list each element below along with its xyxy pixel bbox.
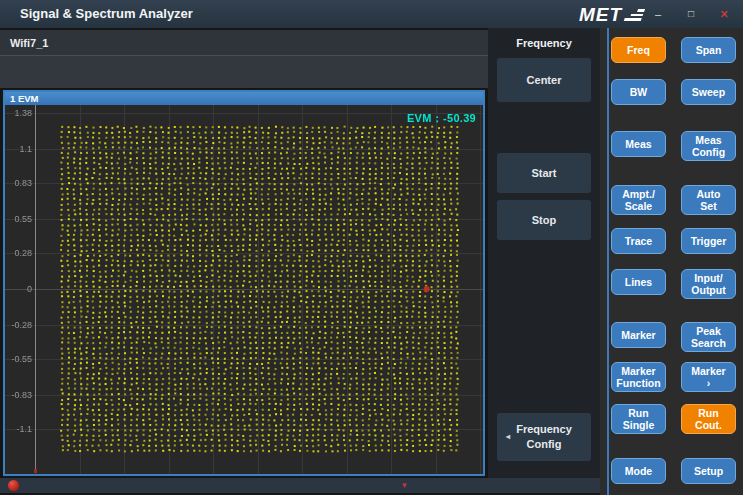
hardkey-run-cout[interactable]: Run Cout. [681, 404, 736, 434]
close-icon[interactable]: ✕ [713, 6, 735, 22]
maximize-icon[interactable]: □ [680, 6, 702, 22]
y-tick-label: -1.1 [5, 424, 32, 434]
titlebar: Signal & Spectrum Analyzer MET – □ ✕ [0, 0, 743, 28]
hardkey-ampt-scale[interactable]: Ampt./ Scale [611, 185, 666, 215]
brand-logo: MET [579, 3, 643, 27]
minimize-icon[interactable]: – [647, 6, 669, 22]
preset-row: Wifi7_1 [0, 30, 488, 56]
trace-window-title: 1 EVM [5, 92, 483, 105]
hardkey-sweep[interactable]: Sweep [681, 79, 736, 105]
hardkey-marker-function[interactable]: Marker Function [611, 362, 666, 392]
hardkey-trigger[interactable]: Trigger [681, 228, 736, 254]
hardkey-auto-set[interactable]: Auto Set [681, 185, 736, 215]
app-title: Signal & Spectrum Analyzer [20, 0, 193, 28]
hardkey-setup[interactable]: Setup [681, 458, 736, 484]
center-button[interactable]: Center [497, 58, 591, 102]
y-tick-label: -0.83 [5, 390, 32, 400]
hardkey-panel: FreqSpanBWSweepMeasMeas ConfigAmpt./ Sca… [600, 28, 743, 495]
y-tick-label: 0.83 [5, 178, 32, 188]
hardkey-lines[interactable]: Lines [611, 269, 666, 295]
frequency-config-label: Frequency Config [516, 422, 572, 452]
panel-divider [607, 28, 609, 495]
hardkey-peak-search[interactable]: Peak Search [681, 322, 736, 352]
y-tick-label: -0.55 [5, 354, 32, 364]
hardkey-freq[interactable]: Freq [611, 37, 666, 63]
analyzer-window: Signal & Spectrum Analyzer MET – □ ✕ Wif… [0, 0, 743, 495]
hardkey-trace[interactable]: Trace [611, 228, 666, 254]
preset-name: Wifi7_1 [10, 30, 48, 56]
status-bar: ▾ [0, 478, 600, 493]
hardkey-run-single[interactable]: Run Single [611, 404, 666, 434]
constellation-canvas [5, 105, 483, 474]
evm-readout: EVM：-50.39 [407, 111, 476, 126]
y-tick-label: 1.38 [5, 108, 32, 118]
record-indicator-icon [8, 480, 19, 491]
hardkey-mode[interactable]: Mode [611, 458, 666, 484]
hardkey-marker[interactable]: Marker › [681, 362, 736, 392]
brand-logo-text: MET [579, 4, 622, 26]
frequency-config-button[interactable]: ◂ Frequency Config [497, 413, 591, 461]
hardkey-marker[interactable]: Marker [611, 322, 666, 348]
start-button[interactable]: Start [497, 153, 591, 193]
frequency-menu: Frequency Center Start Stop ◂ Frequency … [488, 28, 600, 478]
y-tick-label: 1.1 [5, 144, 32, 154]
y-tick-label: -0.28 [5, 320, 32, 330]
constellation-plot: 1.381.10.830.550.280-0.28-0.55-0.83-1.1 … [5, 105, 483, 474]
hardkey-meas[interactable]: Meas [611, 131, 666, 157]
evm-trace-window: 1 EVM 1.381.10.830.550.280-0.28-0.55-0.8… [3, 90, 485, 476]
frequency-menu-header: Frequency [488, 28, 600, 58]
settings-panel: Wifi7_1 Ref Level 0 dBm SWT 500 μs RBW 2… [0, 30, 488, 88]
evm-readout-label: EVM： [407, 112, 443, 124]
y-tick-label: 0 [5, 284, 32, 294]
hardkey-meas-config[interactable]: Meas Config [681, 131, 736, 161]
hardkey-span[interactable]: Span [681, 37, 736, 63]
hardkey-bw[interactable]: BW [611, 79, 666, 105]
hardkey-input-output[interactable]: Input/ Output [681, 269, 736, 299]
alert-triangle-icon: ▾ [402, 479, 407, 492]
y-tick-label: 0.55 [5, 214, 32, 224]
chevron-left-icon: ◂ [506, 432, 510, 443]
y-tick-label: 0.28 [5, 248, 32, 258]
brand-flag-icon [624, 9, 645, 21]
stop-button[interactable]: Stop [497, 200, 591, 240]
evm-readout-value: -50.39 [443, 112, 476, 124]
